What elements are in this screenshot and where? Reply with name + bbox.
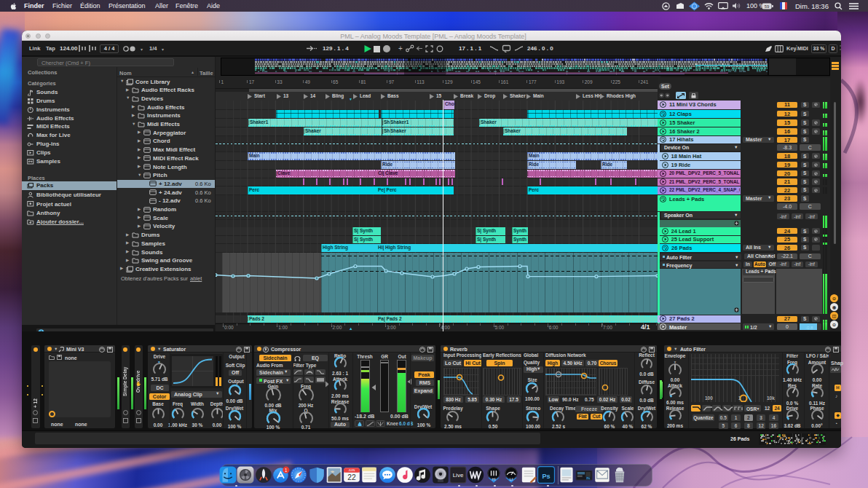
svg-text:22: 22 bbox=[347, 473, 356, 481]
svg-text:Lf: Lf bbox=[510, 477, 513, 481]
svg-text:Live: Live bbox=[453, 472, 464, 479]
svg-text:Ps: Ps bbox=[587, 476, 591, 480]
svg-text:59: 59 bbox=[765, 4, 770, 8]
svg-text:1: 1 bbox=[285, 468, 288, 473]
svg-text:JUIN: JUIN bbox=[349, 468, 355, 472]
svg-text:Ps: Ps bbox=[542, 473, 551, 480]
svg-text:HI: HI bbox=[492, 477, 495, 481]
